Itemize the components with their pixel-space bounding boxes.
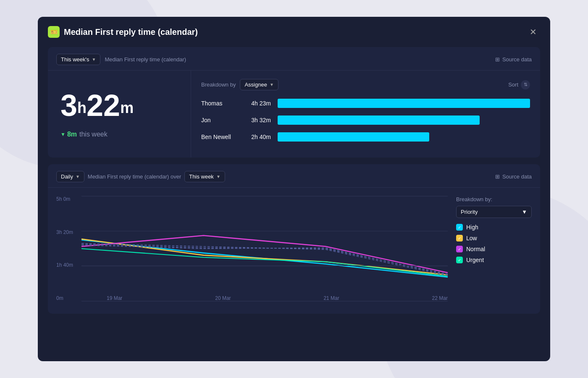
table-row: Ben Newell 2h 40m xyxy=(201,132,530,142)
legend-item-high: ✓ High xyxy=(456,224,532,231)
breakdown-dropdown[interactable]: Assignee ▼ xyxy=(240,79,278,90)
chart-area: 5h 0m 3h 20m 1h 40m 0m xyxy=(56,196,448,314)
bottom-section-header: Daily ▼ Median First reply time (calenda… xyxy=(48,164,540,188)
bar-rows: Thomas 4h 23m Jon 3h 32m B xyxy=(201,99,530,142)
main-modal: 🎫 Median First reply time (calendar) ✕ T… xyxy=(38,17,550,361)
table-row: Jon 3h 32m xyxy=(201,116,530,125)
grid-line-mid1 xyxy=(81,231,448,231)
table-icon: ⊞ xyxy=(495,56,500,63)
sort-button[interactable]: Sort ⇅ xyxy=(508,80,530,89)
close-button[interactable]: ✕ xyxy=(526,25,540,39)
period-dropdown[interactable]: Daily ▼ xyxy=(56,171,84,182)
metric-panel: 3h22m ▼ 8m this week xyxy=(48,71,191,158)
legend-item-normal: ✓ Normal xyxy=(456,246,532,252)
x-label-3: 21 Mar xyxy=(323,295,339,301)
top-section-body: 3h22m ▼ 8m this week Breakdown by As xyxy=(48,71,540,158)
bar-fill xyxy=(278,132,429,142)
modal-header: 🎫 Median First reply time (calendar) ✕ xyxy=(48,25,540,39)
breakdown-chevron: ▼ xyxy=(270,82,274,87)
metric-delta: ▼ 8m xyxy=(60,131,77,138)
legend-checkbox-high[interactable]: ✓ xyxy=(456,224,463,231)
breakdown-header: Breakdown by Assignee ▼ Sort ⇅ xyxy=(201,79,530,90)
assignee-value: 2h 40m xyxy=(246,134,271,140)
sort-label: Sort xyxy=(508,81,518,88)
source-data-button-top[interactable]: ⊞ Source data xyxy=(495,56,532,63)
y-label-1: 5h 0m xyxy=(56,196,79,202)
bar-fill xyxy=(278,99,530,108)
breakdown-label: Breakdown by xyxy=(201,81,236,88)
range-dropdown-chevron: ▼ xyxy=(216,174,220,179)
legend-dropdown-chevron: ▼ xyxy=(522,209,527,215)
period-dropdown-value: Daily xyxy=(61,173,73,180)
breakdown-value: Assignee xyxy=(244,81,267,88)
metric-week-label: this week xyxy=(79,131,108,138)
breakdown-controls: Breakdown by Assignee ▼ xyxy=(201,79,278,90)
delta-value: 8m xyxy=(67,131,77,138)
assignee-value: 3h 32m xyxy=(246,117,271,123)
y-label-3: 1h 40m xyxy=(56,262,79,268)
grid-line-bottom xyxy=(81,301,448,302)
delta-arrow-icon: ▼ xyxy=(60,131,66,137)
period-filter-dropdown[interactable]: This week's ▼ xyxy=(56,54,100,65)
normal-line xyxy=(81,236,448,273)
table-icon-bottom: ⊞ xyxy=(495,173,500,180)
modal-title-group: 🎫 Median First reply time (calendar) xyxy=(48,26,198,38)
top-section: This week's ▼ Median First reply time (c… xyxy=(48,47,540,158)
chart-plot: 19 Mar 20 Mar 21 Mar 22 Mar xyxy=(81,196,448,301)
legend-item-urgent: ✓ Urgent xyxy=(456,257,532,263)
top-header-left: This week's ▼ Median First reply time (c… xyxy=(56,54,186,65)
top-section-header: This week's ▼ Median First reply time (c… xyxy=(48,47,540,71)
legend-checkbox-normal[interactable]: ✓ xyxy=(456,246,463,252)
sort-icon: ⇅ xyxy=(521,80,530,89)
legend-item-low: ✓ Low xyxy=(456,235,532,242)
legend-label-low: Low xyxy=(466,235,477,242)
modal-title: Median First reply time (calendar) xyxy=(64,27,198,37)
assignee-value: 4h 23m xyxy=(246,100,271,107)
y-label-2: 3h 20m xyxy=(56,229,79,235)
bottom-section: Daily ▼ Median First reply time (calenda… xyxy=(48,164,540,314)
period-dropdown-chevron: ▼ xyxy=(76,174,80,179)
source-data-button-bottom[interactable]: ⊞ Source data xyxy=(495,173,532,180)
period-filter-chevron: ▼ xyxy=(92,57,96,62)
assignee-name: Ben Newell xyxy=(201,134,239,140)
legend-label-normal: Normal xyxy=(466,246,485,252)
app-icon: 🎫 xyxy=(48,26,60,38)
legend-checkbox-urgent[interactable]: ✓ xyxy=(456,257,463,263)
bar-track xyxy=(278,116,530,125)
x-label-2: 20 Mar xyxy=(215,295,231,301)
legend-dropdown-value: Priority xyxy=(461,209,478,215)
legend-label-high: High xyxy=(466,224,478,231)
legend-breakdown-dropdown[interactable]: Priority ▼ xyxy=(456,206,532,218)
legend-checkbox-low[interactable]: ✓ xyxy=(456,235,463,242)
bar-track xyxy=(278,132,530,142)
range-dropdown[interactable]: This week ▼ xyxy=(184,171,225,182)
grid-line-mid2 xyxy=(81,265,448,266)
legend-label-urgent: Urgent xyxy=(466,257,484,263)
big-metric-value: 3h22m xyxy=(60,90,178,121)
bar-fill xyxy=(278,116,480,125)
assignee-name: Thomas xyxy=(201,100,239,107)
period-filter-label: This week's xyxy=(61,56,89,63)
x-label-1: 19 Mar xyxy=(107,295,122,301)
bottom-header-left: Daily ▼ Median First reply time (calenda… xyxy=(56,171,225,182)
top-section-subtitle: Median First reply time (calendar) xyxy=(105,56,186,63)
metric-sub: ▼ 8m this week xyxy=(60,131,178,138)
table-row: Thomas 4h 23m xyxy=(201,99,530,108)
bar-track xyxy=(278,99,530,108)
x-axis-labels: 19 Mar 20 Mar 21 Mar 22 Mar xyxy=(107,291,448,301)
chart-subtitle: Median First reply time (calendar) over xyxy=(88,173,181,180)
range-dropdown-value: This week xyxy=(189,173,214,180)
y-axis-labels: 5h 0m 3h 20m 1h 40m 0m xyxy=(56,196,79,301)
chart-container: 5h 0m 3h 20m 1h 40m 0m xyxy=(48,188,540,314)
x-label-4: 22 Mar xyxy=(432,295,448,301)
assignee-name: Jon xyxy=(201,117,239,123)
legend-header: Breakdown by: xyxy=(456,196,532,202)
grid-line-top xyxy=(81,196,448,197)
chart-legend: Breakdown by: Priority ▼ ✓ High ✓ Low ✓ … xyxy=(448,196,532,314)
y-label-4: 0m xyxy=(56,295,79,301)
breakdown-panel: Breakdown by Assignee ▼ Sort ⇅ Thomas xyxy=(191,71,540,158)
chart-svg xyxy=(81,196,448,301)
